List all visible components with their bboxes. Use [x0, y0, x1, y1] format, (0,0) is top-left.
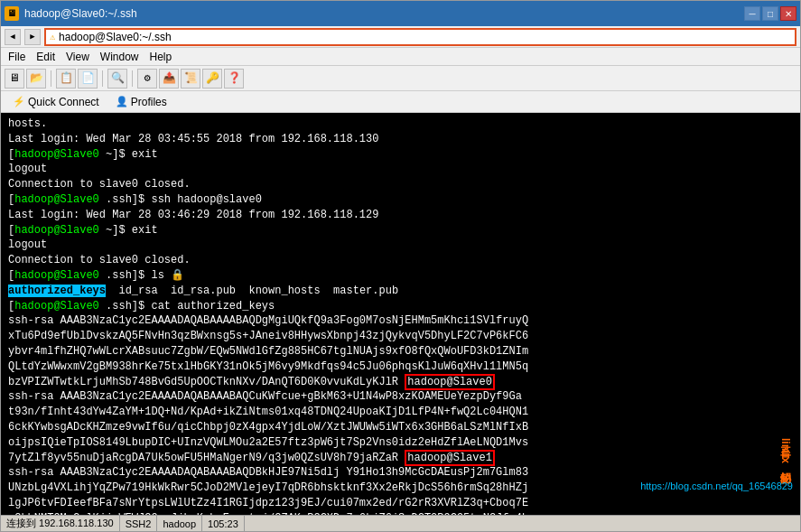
csdn-link: https://blog.csdn.net/qq_16546829 [640, 480, 793, 493]
title-bar-left: 🖥 hadoop@Slave0:~/.ssh [5, 6, 137, 21]
term-line-13: ssh-rsa AAAB3NzaC1yc2EAAAADAQABAAAABAQDg… [8, 313, 793, 329]
term-line-16: QLtdYzWWwxmV2gBM938hrKe75txlHbGKY31nOk5j… [8, 359, 793, 375]
term-line-0: hosts. [8, 117, 793, 132]
app-icon: 🖥 [5, 6, 19, 21]
menu-view[interactable]: View [66, 51, 89, 63]
term-line-21: oijpsIQieTpIOS8149LbupDIC+UInzVQWLMOu2a2… [8, 435, 793, 451]
term-line-17: bzVPIZWTwtkLrjuMhSb748BvGd5UpOOCTknNXv/D… [8, 375, 793, 390]
main-window: 🖥 hadoop@Slave0:~/.ssh ─ □ ✕ ◀ ▶ ⚠ hadoo… [0, 0, 801, 532]
term-line-20: 6ckKYwbsgADcKHZmze9vwIf6u/qicChbpj0zX4gp… [8, 420, 793, 435]
term-line-5: [hadoop@Slave0 .ssh]$ ssh hadoop@slave0 [8, 192, 793, 208]
menu-file[interactable]: File [8, 51, 25, 63]
close-button[interactable]: ✕ [780, 6, 796, 21]
toolbar-separator-2 [102, 70, 103, 87]
tool-key[interactable]: 🔑 [202, 69, 222, 89]
minimize-button[interactable]: ─ [744, 6, 760, 21]
term-line-26: w3hbNMT9MoGzlKjjeWEWJ30emJjbxKubsExentvj… [8, 511, 793, 515]
address-text: hadoop@Slave0:~/.ssh [59, 31, 172, 43]
status-time: 105:23 [202, 516, 245, 531]
status-protocol: SSH2 [120, 516, 158, 531]
tool-open[interactable]: 📂 [26, 69, 46, 89]
maximize-button[interactable]: □ [762, 6, 778, 21]
tool-transfer[interactable]: 📤 [159, 69, 179, 89]
address-bar-row: ◀ ▶ ⚠ hadoop@Slave0:~/.ssh [1, 26, 800, 48]
warning-icon: ⚠ [50, 32, 55, 42]
tool-copy[interactable]: 📋 [56, 69, 76, 89]
term-line-12: [hadoop@Slave0 .ssh]$ cat authorized_key… [8, 299, 793, 314]
lightning-icon: ⚡ [13, 96, 25, 107]
back-button[interactable]: ◀ [5, 29, 21, 45]
toolbar: 🖥 📂 📋 📄 🔍 ⚙ 📤 📜 🔑 ❓ [1, 66, 800, 91]
term-line-6: Last login: Wed Mar 28 03:46:29 2018 fro… [8, 208, 793, 223]
quick-connect-bar: ⚡ Quick Connect 👤 Profiles [1, 91, 800, 113]
tool-script[interactable]: 📜 [181, 69, 200, 89]
tool-paste[interactable]: 📄 [78, 69, 98, 89]
menu-edit[interactable]: Edit [36, 51, 55, 63]
menu-bar: File Edit View Window Help [1, 48, 800, 66]
tool-new[interactable]: 🖥 [5, 69, 24, 89]
term-line-4: Connection to slave0 closed. [8, 177, 793, 192]
forward-button[interactable]: ▶ [24, 29, 41, 45]
term-line-3: logout [8, 162, 793, 177]
term-line-9: Connection to slave0 closed. [8, 253, 793, 268]
term-line-1: Last login: Wed Mar 28 03:45:55 2018 fro… [8, 132, 793, 147]
term-line-8: logout [8, 238, 793, 253]
annotation-text: 三台linux的秘钥 [778, 438, 793, 463]
term-line-15: ybvr4mlfhZHQ7wWLcrXABsuuc7ZgbW/EQw5NWdlG… [8, 344, 793, 359]
profile-icon: 👤 [116, 96, 128, 107]
quick-connect-label: Quick Connect [28, 96, 99, 108]
term-line-7: [hadoop@Slave0 ~]$ exit [8, 223, 793, 238]
toolbar-separator-3 [132, 70, 133, 87]
menu-window[interactable]: Window [100, 51, 139, 63]
profiles-label: Profiles [131, 96, 167, 108]
title-bar: 🖥 hadoop@Slave0:~/.ssh ─ □ ✕ [1, 1, 800, 26]
term-line-11: authorized_keys id_rsa id_rsa.pub known_… [8, 284, 793, 299]
tool-help[interactable]: ❓ [224, 69, 244, 89]
menu-help[interactable]: Help [150, 51, 172, 63]
status-bar: 连接到 192.168.118.130 SSH2 hadoop 105:23 [1, 515, 800, 531]
profiles-button[interactable]: 👤 Profiles [111, 94, 172, 110]
term-line-2: [hadoop@Slave0 ~]$ exit [8, 147, 793, 163]
status-user: hadoop [157, 516, 202, 531]
term-line-14: xTu6Pd9efUblDvskzAQ5FNvHn3qzBWxnsg5s+JAn… [8, 329, 793, 344]
address-box[interactable]: ⚠ hadoop@Slave0:~/.ssh [44, 28, 796, 46]
tool-find[interactable]: 🔍 [107, 69, 127, 89]
tool-settings[interactable]: ⚙ [137, 69, 157, 89]
quick-connect-button[interactable]: ⚡ Quick Connect [8, 94, 104, 110]
term-line-18: ssh-rsa AAAB3NzaC1yc2EAAAADAQABAAABAQCuK… [8, 389, 793, 405]
term-line-25: lgJP6tvFDIeefBFa7sNrYtpsLWlUtZz4I1RGIjdp… [8, 496, 793, 511]
window-controls: ─ □ ✕ [744, 6, 796, 21]
window-title: hadoop@Slave0:~/.ssh [24, 7, 137, 20]
status-connection: 连接到 192.168.118.130 [1, 516, 120, 531]
toolbar-separator-1 [51, 70, 51, 87]
term-line-19: t93n/fInht43dYw4ZaYM+1DQ+Nd/KpAd+ikZiNtm… [8, 405, 793, 420]
terminal-area[interactable]: hosts. Last login: Wed Mar 28 03:45:55 2… [1, 113, 800, 515]
term-line-23: ssh-rsa AAAB3NzaC1yc2EAAAADAQABAAABAQDBk… [8, 465, 793, 481]
term-line-22: 7ytZlf8yv55nuDjaRcgDA7Uk5owFU5HMaNgerN9/… [8, 451, 793, 466]
term-line-10: [hadoop@Slave0 .ssh]$ ls 🔒 [8, 268, 793, 284]
